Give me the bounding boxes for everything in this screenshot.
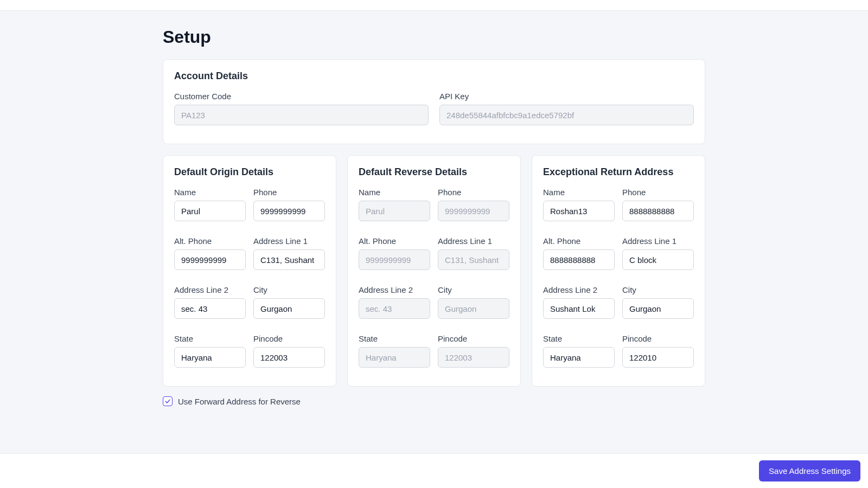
- return-pincode-label: Pincode: [622, 334, 694, 343]
- account-section-title: Account Details: [174, 70, 694, 82]
- origin-addr2-label: Address Line 2: [174, 285, 246, 294]
- origin-addr2-input[interactable]: [174, 298, 246, 319]
- origin-city-label: City: [253, 285, 325, 294]
- use-forward-label: Use Forward Address for Reverse: [178, 397, 301, 406]
- api-key-label: API Key: [439, 92, 694, 101]
- customer-code-label: Customer Code: [174, 92, 429, 101]
- origin-name-input[interactable]: [174, 201, 246, 221]
- top-bar: [0, 0, 868, 11]
- origin-pincode-label: Pincode: [253, 334, 325, 343]
- reverse-pincode-label: Pincode: [438, 334, 509, 343]
- reverse-altphone-input: [359, 249, 430, 270]
- reverse-city-label: City: [438, 285, 509, 294]
- return-phone-input[interactable]: [622, 201, 694, 221]
- account-details-card: Account Details Customer Code API Key: [163, 59, 705, 144]
- return-state-label: State: [543, 334, 615, 343]
- footer-bar: Save Address Settings: [0, 453, 868, 488]
- origin-altphone-label: Alt. Phone: [174, 236, 246, 246]
- main-container: Setup Account Details Customer Code API …: [163, 11, 705, 428]
- return-phone-label: Phone: [622, 188, 694, 197]
- reverse-state-label: State: [359, 334, 430, 343]
- reverse-addr2-label: Address Line 2: [359, 285, 430, 294]
- check-icon: [164, 398, 171, 404]
- return-name-label: Name: [543, 188, 615, 197]
- return-card: Exceptional Return Address Name Phone Al…: [532, 155, 705, 387]
- origin-name-label: Name: [174, 188, 246, 197]
- api-key-input: [439, 105, 694, 125]
- origin-altphone-input[interactable]: [174, 249, 246, 270]
- origin-state-input[interactable]: [174, 347, 246, 368]
- origin-state-label: State: [174, 334, 246, 343]
- api-key-field: API Key: [439, 92, 694, 133]
- use-forward-row: Use Forward Address for Reverse: [163, 394, 705, 417]
- customer-code-field: Customer Code: [174, 92, 429, 125]
- return-pincode-input[interactable]: [622, 347, 694, 368]
- return-addr1-input[interactable]: [622, 249, 694, 270]
- reverse-card: Default Reverse Details Name Phone Alt. …: [347, 155, 521, 387]
- reverse-section-title: Default Reverse Details: [359, 166, 509, 178]
- customer-code-input: [174, 105, 429, 125]
- return-name-input[interactable]: [543, 201, 615, 221]
- origin-phone-label: Phone: [253, 188, 325, 197]
- reverse-pincode-input: [438, 347, 509, 368]
- reverse-name-label: Name: [359, 188, 430, 197]
- reverse-phone-label: Phone: [438, 188, 509, 197]
- return-section-title: Exceptional Return Address: [543, 166, 694, 178]
- origin-pincode-input[interactable]: [253, 347, 325, 368]
- origin-addr1-label: Address Line 1: [253, 236, 325, 246]
- reverse-addr2-input: [359, 298, 430, 319]
- return-city-label: City: [622, 285, 694, 294]
- origin-addr1-input[interactable]: [253, 249, 325, 270]
- return-altphone-input[interactable]: [543, 249, 615, 270]
- reverse-state-input: [359, 347, 430, 368]
- reverse-altphone-label: Alt. Phone: [359, 236, 430, 246]
- return-city-input[interactable]: [622, 298, 694, 319]
- reverse-name-input: [359, 201, 430, 221]
- return-addr2-label: Address Line 2: [543, 285, 615, 294]
- return-state-input[interactable]: [543, 347, 615, 368]
- return-addr2-input[interactable]: [543, 298, 615, 319]
- origin-section-title: Default Origin Details: [174, 166, 325, 178]
- origin-card: Default Origin Details Name Phone Alt. P…: [163, 155, 336, 387]
- return-altphone-label: Alt. Phone: [543, 236, 615, 246]
- return-addr1-label: Address Line 1: [622, 236, 694, 246]
- save-address-button[interactable]: Save Address Settings: [759, 460, 860, 481]
- use-forward-checkbox[interactable]: [163, 396, 173, 406]
- page-title: Setup: [163, 27, 705, 47]
- origin-phone-input[interactable]: [253, 201, 325, 221]
- reverse-addr1-label: Address Line 1: [438, 236, 509, 246]
- reverse-phone-input: [438, 201, 509, 221]
- reverse-addr1-input: [438, 249, 509, 270]
- reverse-city-input: [438, 298, 509, 319]
- origin-city-input[interactable]: [253, 298, 325, 319]
